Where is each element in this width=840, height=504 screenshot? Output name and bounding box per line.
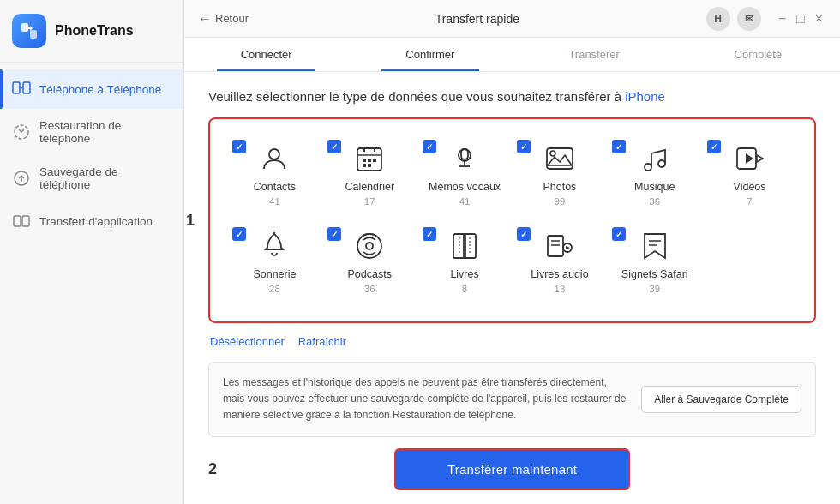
svg-point-23 xyxy=(550,151,555,156)
videos-label: Vidéos xyxy=(734,181,766,193)
sonnerie-label: Sonnerie xyxy=(253,268,296,280)
data-grid-row2: Sonnerie 28 xyxy=(227,220,797,301)
checkbox-musique[interactable] xyxy=(612,140,626,153)
svg-rect-17 xyxy=(363,164,366,167)
selection-box: Contacts 41 xyxy=(208,117,816,323)
sonnerie-icon xyxy=(255,227,293,265)
grid-item-calendrier[interactable]: Calendrier 17 xyxy=(322,133,417,213)
back-button[interactable]: ← Retour xyxy=(198,11,249,27)
livres-count: 8 xyxy=(462,284,467,294)
sonnerie-count: 28 xyxy=(269,284,280,294)
logo-icon xyxy=(12,14,46,48)
user-avatar-button[interactable]: H xyxy=(706,7,730,31)
backup-icon xyxy=(12,169,31,188)
svg-rect-16 xyxy=(373,159,376,162)
calendrier-count: 17 xyxy=(364,196,375,207)
photos-count: 99 xyxy=(555,196,566,207)
sidebar-item-phone-to-phone[interactable]: Téléphone à Téléphone xyxy=(0,69,183,109)
sidebar-item-app-transfer[interactable]: Transfert d'application xyxy=(0,201,183,241)
close-button[interactable]: × xyxy=(812,9,826,28)
svg-rect-1 xyxy=(30,30,37,39)
device-name: iPhone xyxy=(625,89,665,104)
checkbox-videos[interactable] xyxy=(707,140,721,153)
titlebar-right: H ✉ − □ × xyxy=(706,7,826,31)
grid-item-podcasts[interactable]: Podcasts 36 xyxy=(322,220,417,301)
svg-rect-18 xyxy=(368,164,371,167)
deselect-button[interactable]: Désélectionner xyxy=(210,335,285,348)
svg-rect-2 xyxy=(13,82,20,93)
phone-to-phone-icon xyxy=(12,80,31,99)
livres-audio-count: 13 xyxy=(555,284,566,294)
photos-icon xyxy=(541,140,579,177)
transfer-now-button[interactable]: Transférer maintenant xyxy=(394,448,630,490)
main-panel: ← Retour Transfert rapide H ✉ − □ × Conn… xyxy=(184,0,840,504)
checkbox-contacts[interactable] xyxy=(232,140,246,153)
sidebar-item-label: Transfert d'application xyxy=(39,215,153,228)
checkbox-photos[interactable] xyxy=(517,140,531,153)
podcasts-label: Podcasts xyxy=(348,268,392,280)
svg-rect-3 xyxy=(23,82,30,93)
grid-item-livres[interactable]: Livres 8 xyxy=(417,220,513,301)
grid-item-memos[interactable]: Mémos vocaux 41 xyxy=(417,133,513,213)
livres-audio-label: Livres audio xyxy=(531,268,588,280)
email-button[interactable]: ✉ xyxy=(737,7,761,31)
checkbox-sonnerie[interactable] xyxy=(232,227,246,241)
grid-item-contacts[interactable]: Contacts 41 xyxy=(227,133,322,213)
sidebar: PhoneTrans Téléphone à Téléphone Resta xyxy=(0,0,184,504)
memos-icon xyxy=(446,140,483,177)
goto-backup-button[interactable]: Aller à Sauvegarde Complète xyxy=(641,386,801,413)
steps-bar: Connecter Confirmer Transférer Complété xyxy=(184,38,840,72)
grid-item-photos[interactable]: Photos 99 xyxy=(512,133,607,213)
step-connecter[interactable]: Connecter xyxy=(184,38,348,71)
photos-label: Photos xyxy=(543,181,576,193)
info-box: Les messages et l'historique des appels … xyxy=(208,362,816,437)
grid-item-videos[interactable]: Vidéos 7 xyxy=(702,133,797,213)
step-confirmer[interactable]: Confirmer xyxy=(348,38,512,71)
sidebar-item-label: Restauration de téléphone xyxy=(39,119,171,145)
svg-rect-15 xyxy=(368,159,371,162)
svg-point-25 xyxy=(645,164,651,171)
podcasts-count: 36 xyxy=(364,284,375,294)
app-logo: PhoneTrans xyxy=(0,0,183,63)
grid-item-livres-audio[interactable]: Livres audio 13 xyxy=(512,220,607,301)
contacts-label: Contacts xyxy=(254,181,296,193)
sidebar-item-restore[interactable]: Restauration de téléphone xyxy=(0,109,183,155)
step-complete[interactable]: Complété xyxy=(676,38,840,71)
window-title: Transfert rapide xyxy=(435,12,519,26)
videos-count: 7 xyxy=(747,196,752,207)
app-transfer-icon xyxy=(12,212,31,231)
restore-icon xyxy=(12,123,31,141)
svg-rect-38 xyxy=(548,236,563,256)
maximize-button[interactable]: □ xyxy=(793,9,808,28)
podcasts-icon xyxy=(351,227,388,265)
checkbox-livres[interactable] xyxy=(423,227,436,241)
refresh-button[interactable]: Rafraîchir xyxy=(298,335,346,348)
data-grid-row1: Contacts 41 xyxy=(227,133,797,213)
transfer-row: 2 Transférer maintenant xyxy=(184,448,840,504)
sidebar-item-label: Téléphone à Téléphone xyxy=(39,83,161,96)
signets-count: 39 xyxy=(649,284,660,294)
checkbox-livres-audio[interactable] xyxy=(517,227,531,241)
svg-point-26 xyxy=(658,160,665,167)
grid-item-sonnerie[interactable]: Sonnerie 28 xyxy=(227,220,322,301)
livres-label: Livres xyxy=(450,268,478,280)
checkbox-calendrier[interactable] xyxy=(327,140,341,153)
svg-marker-28 xyxy=(757,155,763,162)
sidebar-item-backup[interactable]: Sauvegarde de téléphone xyxy=(0,155,183,201)
svg-rect-0 xyxy=(21,23,28,32)
contacts-count: 41 xyxy=(269,196,280,207)
step1-label: 1 xyxy=(186,212,195,230)
musique-icon xyxy=(636,140,674,177)
content-area: Veuillez sélectionner le type de données… xyxy=(184,72,840,448)
grid-item-musique[interactable]: Musique 36 xyxy=(607,133,702,213)
minimize-button[interactable]: − xyxy=(775,9,789,28)
grid-item-signets[interactable]: Signets Safari 39 xyxy=(607,220,702,301)
checkbox-memos[interactable] xyxy=(423,140,436,153)
svg-rect-8 xyxy=(22,216,29,226)
step-transferer[interactable]: Transférer xyxy=(513,38,676,71)
svg-rect-20 xyxy=(461,149,468,159)
svg-rect-14 xyxy=(363,159,366,162)
checkbox-podcasts[interactable] xyxy=(327,227,341,241)
checkbox-signets[interactable] xyxy=(612,227,626,241)
actions-row: Désélectionner Rafraîchir xyxy=(208,335,816,348)
